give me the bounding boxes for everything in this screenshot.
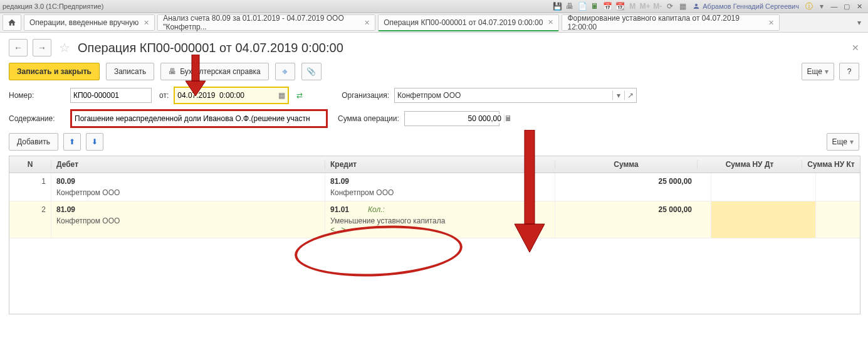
desc-input[interactable] (72, 112, 326, 125)
chevron-down-icon: ▾ (825, 67, 829, 76)
toolbar-icon-doc[interactable]: 📄 (577, 1, 587, 11)
save-and-close-button[interactable]: Записать и закрыть (9, 63, 100, 80)
page-title: Операция КП00-000001 от 04.07.2019 0:00:… (78, 41, 343, 55)
tab-operations[interactable]: Операции, введенные вручную✕ (24, 14, 155, 31)
move-up-button[interactable]: ⬆ (63, 133, 81, 151)
date-link-icon[interactable]: ⇄ (294, 88, 305, 102)
home-tab[interactable] (3, 14, 21, 31)
favorite-icon[interactable]: ☆ (59, 40, 70, 55)
tab-analysis[interactable]: Анализ счета 80.09 за 01.01.2019 - 04.07… (157, 14, 375, 31)
printer-icon: 🖶 (169, 67, 176, 76)
tab-close-icon[interactable]: ✕ (364, 19, 370, 27)
debit-account: 81.09 (56, 205, 320, 214)
home-icon (8, 18, 16, 27)
calendar-icon[interactable]: ▦ (275, 91, 288, 100)
debit-account: 80.09 (56, 177, 320, 186)
user-name: Абрамов Геннадий Сергеевич (703, 3, 799, 10)
date-label: от: (159, 91, 169, 100)
app-title: редакция 3.0 (1С:Предприятие) (3, 3, 103, 10)
table-header: N Дебет Кредит Сумма Сумма НУ Дт Сумма Н… (9, 156, 860, 173)
move-down-button[interactable]: ⬇ (86, 133, 103, 151)
debit-subconto: Конфетпром ООО (56, 216, 320, 225)
desc-field-wrap (70, 109, 328, 128)
user-badge[interactable]: Абрамов Геннадий Сергеевич (689, 3, 803, 10)
tree-icon: ⎆ (283, 67, 287, 76)
toolbar-icon-calendar[interactable]: 📅 (602, 1, 612, 11)
help-button[interactable]: ? (839, 63, 859, 80)
sum-field-wrap: 🖩 (404, 111, 499, 126)
close-icon[interactable]: ✕ (853, 1, 865, 11)
paperclip-icon: 📎 (306, 67, 316, 76)
info-icon[interactable]: ⓘ (804, 1, 814, 11)
toolbar-m-icon[interactable]: M (627, 1, 637, 11)
accounting-report-button[interactable]: 🖶 Бухгалтерская справка (160, 63, 269, 80)
sum-label: Сумма операции: (338, 114, 399, 123)
sum-input[interactable] (405, 114, 504, 123)
tree-button[interactable]: ⎆ (275, 63, 295, 80)
forward-button[interactable]: → (33, 39, 51, 56)
open-icon[interactable]: ↗ (624, 91, 636, 100)
table-row[interactable]: 2 81.09 Конфетпром ООО 91.01Кол.: Уменьш… (9, 201, 860, 238)
number-label: Номер: (9, 91, 65, 100)
toolbar-icon-save[interactable]: 💾 (552, 1, 562, 11)
save-button[interactable]: Записать (106, 63, 154, 80)
user-icon (693, 3, 700, 10)
toolbar-mminus-icon[interactable]: M- (652, 1, 662, 11)
nu-dt-cell[interactable] (711, 201, 816, 238)
content-area: ← → ☆ Операция КП00-000001 от 04.07.2019… (0, 33, 868, 321)
chevron-down-icon: ▾ (850, 137, 854, 146)
minimize-icon[interactable]: — (828, 1, 840, 11)
table-empty-area (9, 238, 860, 314)
credit-subconto: Уменьшение уставного капитала (330, 216, 550, 225)
toolbar-icon-box[interactable]: ▦ (677, 1, 688, 11)
desc-label: Содержание: (9, 114, 65, 123)
col-n[interactable]: N (9, 160, 51, 169)
add-button[interactable]: Добавить (9, 133, 58, 151)
tab-close-icon[interactable]: ✕ (548, 18, 553, 26)
tab-close-icon[interactable]: ✕ (768, 19, 774, 27)
date-field-wrap: ▦ (174, 87, 289, 104)
entries-table: N Дебет Кредит Сумма Сумма НУ Дт Сумма Н… (9, 156, 860, 314)
table-more-button[interactable]: Еще ▾ (827, 133, 859, 151)
credit-account: 81.09 (330, 177, 550, 186)
org-label: Организация: (342, 91, 389, 100)
credit-extra: <...> (330, 225, 550, 234)
page-close-icon[interactable]: ✕ (852, 43, 859, 53)
toolbar-icon-refresh[interactable]: ⟳ (665, 1, 675, 11)
debit-subconto: Конфетпром ООО (56, 188, 320, 197)
tab-close-icon[interactable]: ✕ (144, 19, 149, 27)
tab-bar: Операции, введенные вручную✕ Анализ счет… (0, 13, 868, 33)
toolbar-mplus-icon[interactable]: M+ (640, 1, 650, 11)
title-bar: редакция 3.0 (1С:Предприятие) 💾 🖶 📄 🖩 📅 … (0, 0, 868, 13)
toolbar-icon-calc[interactable]: 🖩 (590, 1, 600, 11)
number-input[interactable] (70, 88, 152, 103)
col-sum[interactable]: Сумма (555, 160, 698, 169)
date-input[interactable] (175, 89, 275, 102)
col-debit[interactable]: Дебет (51, 160, 325, 169)
table-row[interactable]: 1 80.09 Конфетпром ООО 81.09 Конфетпром … (9, 173, 860, 201)
credit-subconto: Конфетпром ООО (330, 188, 550, 197)
tab-operation-current[interactable]: Операция КП00-000001 от 04.07.2019 0:00:… (378, 14, 559, 31)
toolbar-icon-date[interactable]: 📆 (615, 1, 625, 11)
col-nu-dt[interactable]: Сумма НУ Дт (698, 160, 802, 169)
tab-capital[interactable]: Формирование уставного капитала от 04.07… (562, 14, 780, 31)
row-sum: 25 000,00 (555, 201, 711, 238)
credit-account: 91.01 (330, 205, 349, 214)
col-credit[interactable]: Кредит (325, 160, 555, 169)
tabbar-menu-icon[interactable]: ▾ (854, 18, 864, 28)
maximize-icon[interactable]: ▢ (840, 1, 853, 11)
credit-quantity-label: Кол.: (368, 205, 385, 214)
row-sum: 25 000,00 (555, 173, 711, 201)
org-select[interactable]: Конфетпром ООО ▾ ↗ (394, 88, 637, 103)
attach-button[interactable]: 📎 (301, 63, 322, 80)
org-value: Конфетпром ООО (395, 91, 612, 100)
col-nu-kt[interactable]: Сумма НУ Кт (802, 160, 860, 169)
dropdown-icon[interactable]: ▾ (817, 1, 827, 11)
chevron-down-icon[interactable]: ▾ (612, 91, 624, 100)
toolbar-icon-print[interactable]: 🖶 (565, 1, 575, 11)
more-button[interactable]: Еще ▾ (802, 63, 834, 80)
back-button[interactable]: ← (9, 39, 28, 56)
calculator-icon[interactable]: 🖩 (504, 114, 512, 123)
